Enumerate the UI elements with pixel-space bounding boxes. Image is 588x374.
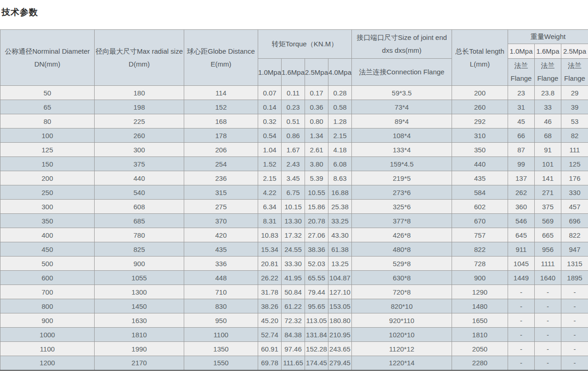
table-cell: 1.67 xyxy=(282,143,305,157)
table-cell: 97.46 xyxy=(282,342,305,356)
table-cell: - xyxy=(508,328,535,342)
table-cell: 480*8 xyxy=(352,242,452,257)
table-cell: 900 xyxy=(95,257,184,271)
table-cell: 1810 xyxy=(95,328,184,342)
table-cell: 159*4.5 xyxy=(352,157,452,171)
table-cell: 17.32 xyxy=(282,228,305,242)
table-cell: 1000 xyxy=(0,328,95,342)
table-cell: 43.30 xyxy=(328,228,352,242)
table-cell: 2.61 xyxy=(305,143,328,157)
table-cell: 950 xyxy=(184,313,258,328)
table-cell: 10.15 xyxy=(282,200,305,214)
col-header-total-length-line2: L(mm) xyxy=(452,58,508,71)
table-cell: 1.34 xyxy=(305,128,328,143)
table-cell: 1300 xyxy=(95,285,184,299)
table-row: 900163095045.2072.32113.05180.80920*1101… xyxy=(0,313,588,328)
table-cell: 53 xyxy=(561,114,588,128)
table-cell: - xyxy=(508,342,535,356)
col-header-total-length: 总长Total length L(mm) xyxy=(452,30,508,86)
table-cell: 350 xyxy=(452,143,508,157)
table-cell: 101 xyxy=(535,157,561,171)
table-cell: - xyxy=(535,356,561,370)
table-row: 800145083038.2661.2295.65153.05820*10148… xyxy=(0,299,588,313)
table-cell: 720*8 xyxy=(352,285,452,299)
table-cell: 375 xyxy=(95,157,184,171)
table-cell: 20.78 xyxy=(305,214,328,228)
table-cell: 50.84 xyxy=(282,285,305,299)
col-header-nominal-diameter-line2: DN(mm) xyxy=(0,58,94,71)
table-cell: 271 xyxy=(535,185,561,200)
table-row: 600105544826.2241.9565.55104.87630*89001… xyxy=(0,271,588,285)
table-cell: 178 xyxy=(184,128,258,143)
table-cell: 150 xyxy=(0,157,95,171)
table-cell: 80 xyxy=(0,114,95,128)
col-header-torque-4-0mpa: 4.0Mpa xyxy=(328,59,352,86)
table-cell: 2.15 xyxy=(258,171,282,185)
table-header: 公称通径Norminal Diameter DN(mm) 径向最大尺寸Max r… xyxy=(0,30,588,86)
table-cell: 1315 xyxy=(561,257,588,271)
table-cell: 4.22 xyxy=(258,185,282,200)
table-cell: 400 xyxy=(0,228,95,242)
table-cell: 275 xyxy=(184,200,258,214)
table-cell: 370 xyxy=(184,214,258,228)
table-cell: 2280 xyxy=(452,356,508,370)
table-cell: 685 xyxy=(95,214,184,228)
table-cell: 1055 xyxy=(95,271,184,285)
table-cell: 0.07 xyxy=(258,86,282,100)
table-cell: 710 xyxy=(184,285,258,299)
table-cell: 670 xyxy=(452,214,508,228)
table-cell: 1350 xyxy=(184,342,258,356)
table-row: 501801140.070.110.170.2859*3.52002323.82… xyxy=(0,86,588,100)
table-cell: 292 xyxy=(452,114,508,128)
col-header-torque-1-6mpa: 1.6Mpa xyxy=(282,59,305,86)
table-cell: 104.87 xyxy=(328,271,352,285)
table-cell: 920*110 xyxy=(352,313,452,328)
table-cell: 500 xyxy=(0,257,95,271)
table-cell: 426*8 xyxy=(352,228,452,242)
table-cell: 174.45 xyxy=(305,356,328,370)
col-header-torque-2-5mpa: 2.5Mpa xyxy=(305,59,328,86)
table-cell: 111 xyxy=(561,143,588,157)
table-cell: 61.38 xyxy=(328,242,352,257)
table-cell: 260 xyxy=(95,128,184,143)
table-cell: 5.39 xyxy=(305,171,328,185)
table-cell: 180 xyxy=(95,86,184,100)
table-cell: 0.28 xyxy=(328,86,352,100)
col-header-connection-flange: 法兰连接Connection Flange xyxy=(352,59,452,86)
table-cell: 69.78 xyxy=(258,356,282,370)
table-cell: 111.65 xyxy=(282,356,305,370)
col-header-flange-1-0mpa: 法兰 Flange xyxy=(508,59,535,86)
table-cell: - xyxy=(508,285,535,299)
table-cell: 260 xyxy=(452,100,508,114)
table-cell: 95.65 xyxy=(305,299,328,313)
table-cell: 820*10 xyxy=(352,299,452,313)
table-cell: 1550 xyxy=(184,356,258,370)
table-cell: - xyxy=(508,299,535,313)
table-cell: 830 xyxy=(184,299,258,313)
table-cell: 99 xyxy=(508,157,535,171)
table-cell: 168 xyxy=(184,114,258,128)
flange-label-en: Flange xyxy=(561,72,588,85)
table-cell: 0.80 xyxy=(305,114,328,128)
table-cell: 52.74 xyxy=(258,328,282,342)
col-header-globe-distance-line2: E(mm) xyxy=(184,58,258,71)
table-cell: 26.22 xyxy=(258,271,282,285)
table-cell: 46 xyxy=(535,114,561,128)
table-cell: 1100 xyxy=(184,328,258,342)
table-cell: 700 xyxy=(0,285,95,299)
table-cell: 2.15 xyxy=(328,128,352,143)
table-cell: 1100 xyxy=(0,342,95,356)
table-cell: 39 xyxy=(561,100,588,114)
table-cell: 540 xyxy=(95,185,184,200)
table-cell: 33.30 xyxy=(282,257,305,271)
table-cell: 100 xyxy=(0,128,95,143)
table-cell: 225 xyxy=(95,114,184,128)
table-cell: 728 xyxy=(452,257,508,271)
table-cell: - xyxy=(561,285,588,299)
table-cell: 153.05 xyxy=(328,299,352,313)
table-cell: 584 xyxy=(452,185,508,200)
table-row: 651981520.140.230.360.5873*4260313339 xyxy=(0,100,588,114)
col-header-joint-end-size-line2: dxs dxs(mm) xyxy=(352,44,452,57)
table-cell: 13.30 xyxy=(282,214,305,228)
table-cell: - xyxy=(561,328,588,342)
